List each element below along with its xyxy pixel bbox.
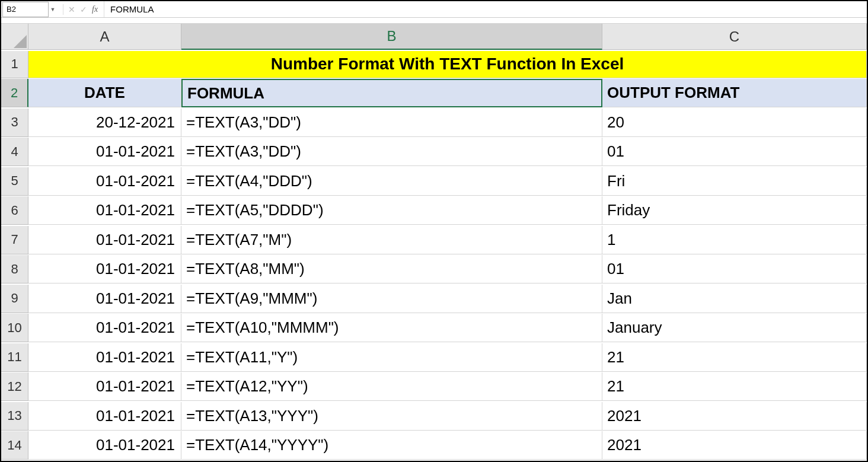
excel-window: B2 ▼ ✕ ✓ fx FORMULA A B C 1 Number Forma… [0,0,868,462]
row-head-7[interactable]: 7 [1,226,28,254]
row-head-10[interactable]: 10 [1,314,28,342]
row-head-3[interactable]: 3 [1,109,28,137]
divider [63,4,63,15]
row-head-14[interactable]: 14 [1,431,28,460]
cell-A7[interactable]: 01-01-2021 [28,226,181,254]
cell-B14[interactable]: =TEXT(A14,"YYYY") [181,431,602,460]
select-all-corner[interactable] [1,24,28,50]
cell-B5[interactable]: =TEXT(A4,"DDD") [181,167,602,196]
cell-C13[interactable]: 2021 [602,402,867,431]
row-head-13[interactable]: 13 [1,402,28,431]
cell-C12[interactable]: 21 [602,372,867,401]
cell-B3[interactable]: =TEXT(A3,"DD") [181,109,602,137]
ribbon-strip [1,18,867,24]
cell-A3[interactable]: 20-12-2021 [28,109,181,137]
row-head-6[interactable]: 6 [1,196,28,225]
cell-B12[interactable]: =TEXT(A12,"YY") [181,372,602,401]
cell-B11[interactable]: =TEXT(A11,"Y") [181,343,602,372]
formula-input[interactable]: FORMULA [104,1,867,17]
cell-B8[interactable]: =TEXT(A8,"MM") [181,255,602,283]
row-head-9[interactable]: 9 [1,285,28,313]
cell-C14[interactable]: 2021 [602,431,867,460]
formula-bar: B2 ▼ ✕ ✓ fx FORMULA [1,1,867,18]
name-box[interactable]: B2 [2,2,49,17]
row-head-12[interactable]: 12 [1,372,28,401]
col-head-C[interactable]: C [602,24,867,50]
title-cell[interactable]: Number Format With TEXT Function In Exce… [28,51,867,78]
row-head-4[interactable]: 4 [1,138,28,166]
accept-icon[interactable]: ✓ [80,5,87,14]
cell-A10[interactable]: 01-01-2021 [28,314,181,342]
name-box-value: B2 [7,5,16,14]
cell-A6[interactable]: 01-01-2021 [28,196,181,225]
name-box-dropdown-icon[interactable]: ▼ [49,7,57,12]
cell-A14[interactable]: 01-01-2021 [28,431,181,460]
row-head-2[interactable]: 2 [1,79,28,107]
cell-C2[interactable]: OUTPUT FORMAT [602,79,867,107]
cancel-icon[interactable]: ✕ [68,5,75,14]
spreadsheet-grid: A B C 1 Number Format With TEXT Function… [1,24,867,461]
formula-input-value: FORMULA [110,4,154,14]
cell-B7[interactable]: =TEXT(A7,"M") [181,226,602,254]
row-head-5[interactable]: 5 [1,167,28,196]
cell-B2[interactable]: FORMULA [181,79,602,107]
cell-A5[interactable]: 01-01-2021 [28,167,181,196]
cell-C4[interactable]: 01 [602,138,867,166]
cell-A12[interactable]: 01-01-2021 [28,372,181,401]
cell-A9[interactable]: 01-01-2021 [28,285,181,313]
cell-C11[interactable]: 21 [602,343,867,372]
row-head-1[interactable]: 1 [1,51,28,78]
cell-B9[interactable]: =TEXT(A9,"MMM") [181,285,602,313]
cell-C6[interactable]: Friday [602,196,867,225]
cell-B10[interactable]: =TEXT(A10,"MMMM") [181,314,602,342]
col-head-A[interactable]: A [28,24,181,50]
cell-C10[interactable]: January [602,314,867,342]
cell-C7[interactable]: 1 [602,226,867,254]
cell-C5[interactable]: Fri [602,167,867,196]
cell-A2[interactable]: DATE [28,79,181,107]
row-head-11[interactable]: 11 [1,343,28,372]
cell-A11[interactable]: 01-01-2021 [28,343,181,372]
cell-B13[interactable]: =TEXT(A13,"YYY") [181,402,602,431]
cell-A8[interactable]: 01-01-2021 [28,255,181,283]
cell-B6[interactable]: =TEXT(A5,"DDDD") [181,196,602,225]
cell-B4[interactable]: =TEXT(A3,"DD") [181,138,602,166]
cell-C9[interactable]: Jan [602,285,867,313]
cell-A4[interactable]: 01-01-2021 [28,138,181,166]
cell-A13[interactable]: 01-01-2021 [28,402,181,431]
fx-icon[interactable]: fx [92,5,98,14]
cell-C3[interactable]: 20 [602,109,867,137]
formula-bar-tools: ✕ ✓ fx [57,4,104,15]
cell-C8[interactable]: 01 [602,255,867,283]
row-head-8[interactable]: 8 [1,255,28,283]
col-head-B[interactable]: B [181,24,602,50]
